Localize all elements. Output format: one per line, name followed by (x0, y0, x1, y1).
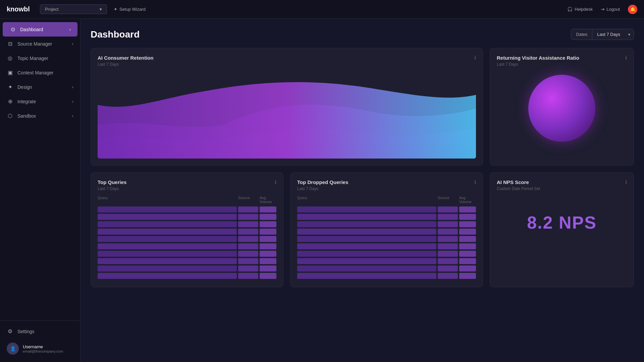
table-row (98, 229, 276, 235)
design-icon: ✦ (7, 84, 13, 90)
date-filter[interactable]: Dates Last 7 Days ▾ (571, 29, 634, 40)
card-header: AI Consumer Retention ℹ (98, 55, 476, 61)
table-row (98, 236, 276, 242)
table-row (98, 243, 276, 249)
top-cards-row: AI Consumer Retention ℹ Last 7 Days (91, 48, 634, 166)
nav-right: 🎧 Helpdesk ⇥ Logout 🔔 (567, 5, 637, 14)
ai-nps-card: AI NPS Score ℹ Custom Date Period Set 8.… (490, 172, 634, 287)
table-row (297, 221, 476, 227)
helpdesk-button[interactable]: 🎧 Helpdesk (567, 7, 593, 12)
col-header-query: Query (297, 196, 436, 204)
table-row (98, 273, 276, 279)
card-header: Top Queries ℹ (98, 179, 276, 185)
setup-wizard-link[interactable]: ✦ Setup Wizard (114, 7, 146, 12)
sidebar-item-settings[interactable]: ⚙ Settings (0, 324, 80, 339)
top-dropped-queries-title: Top Dropped Queries (297, 179, 348, 185)
sidebar-item-topic-manager[interactable]: ◎ Topic Manager (0, 51, 80, 65)
chevron-right-icon: › (72, 99, 73, 104)
sidebar-label-dashboard: Dashboard (20, 27, 43, 32)
page-header: Dashboard Dates Last 7 Days ▾ (91, 29, 634, 40)
table-row (297, 206, 476, 213)
sidebar: ⊙ Dashboard › ⊟ Source Manager › ◎ Topic… (0, 19, 80, 362)
sidebar-item-context-manager[interactable]: ▣ Context Manager (0, 65, 80, 80)
sidebar-item-sandbox[interactable]: ⬡ Sandbox › (0, 109, 80, 123)
settings-icon: ⚙ (7, 328, 13, 335)
ai-nps-subtitle: Custom Date Period Set (497, 186, 627, 191)
table-row (98, 251, 276, 257)
sidebar-label-sandbox: Sandbox (17, 113, 36, 119)
wand-icon: ✦ (114, 7, 117, 12)
dashboard-icon: ⊙ (9, 26, 16, 33)
table-row (297, 229, 476, 235)
table-row (98, 214, 276, 220)
user-name: Username (23, 344, 63, 349)
table-row (297, 243, 476, 249)
notification-button[interactable]: 🔔 (628, 5, 637, 14)
headset-icon: 🎧 (567, 7, 573, 12)
ai-nps-title: AI NPS Score (497, 179, 529, 185)
circle-chart (497, 71, 627, 145)
card-header: Top Dropped Queries ℹ (297, 179, 476, 185)
ai-consumer-retention-title: AI Consumer Retention (98, 55, 154, 61)
returning-visitor-title: Returning Visitor Assistance Ratio (497, 55, 579, 61)
table-row (98, 258, 276, 264)
ai-consumer-retention-subtitle: Last 7 Days (98, 62, 476, 67)
top-dropped-rows (297, 206, 476, 279)
sidebar-item-design[interactable]: ✦ Design › (0, 80, 80, 94)
sidebar-item-integrate[interactable]: ⊕ Integrate › (0, 94, 80, 109)
table-row (297, 258, 476, 264)
info-icon[interactable]: ℹ (625, 55, 627, 60)
project-selector[interactable]: Project ▾ (40, 4, 107, 14)
user-info: Username email@thecompany.com (23, 344, 63, 353)
project-label: Project (45, 7, 58, 12)
date-label: Dates (571, 29, 592, 40)
bell-icon: 🔔 (630, 7, 636, 12)
table-row (98, 221, 276, 227)
table-row (297, 251, 476, 257)
sidebar-label-design: Design (17, 84, 32, 90)
sandbox-icon: ⬡ (7, 113, 13, 119)
topic-manager-icon: ◎ (7, 55, 13, 61)
card-header: AI NPS Score ℹ (497, 179, 627, 185)
sidebar-label-integrate: Integrate (17, 99, 36, 104)
user-area: 👤 Username email@thecompany.com (0, 339, 80, 359)
col-header-source: Source (438, 196, 458, 204)
sidebar-bottom: ⚙ Settings 👤 Username email@thecompany.c… (0, 320, 80, 359)
top-dropped-queries-subtitle: Last 7 Days (297, 186, 476, 191)
chevron-right-icon: › (69, 27, 71, 32)
top-queries-subtitle: Last 7 Days (98, 186, 276, 191)
user-email: email@thecompany.com (23, 349, 63, 353)
chevron-right-icon: › (72, 85, 73, 89)
integrate-icon: ⊕ (7, 98, 13, 105)
info-icon[interactable]: ℹ (275, 179, 276, 185)
sidebar-label-context-manager: Context Manager (17, 70, 53, 75)
top-nav: knowbl Project ▾ ✦ Setup Wizard 🎧 Helpde… (0, 0, 644, 19)
main-content: Dashboard Dates Last 7 Days ▾ AI Consume… (80, 19, 644, 362)
sidebar-label-source-manager: Source Manager (17, 41, 52, 47)
wave-chart (98, 71, 476, 159)
chevron-right-icon: › (72, 114, 73, 118)
logout-button[interactable]: ⇥ Logout (601, 7, 620, 12)
chevron-right-icon: › (72, 42, 73, 46)
sidebar-label-topic-manager: Topic Manager (17, 56, 48, 61)
table-row (98, 265, 276, 272)
info-icon[interactable]: ℹ (474, 179, 476, 185)
col-header-source: Source (238, 196, 258, 204)
avatar: 👤 (7, 343, 19, 355)
top-dropped-queries-card: Top Dropped Queries ℹ Last 7 Days Query … (290, 172, 483, 287)
info-icon[interactable]: ℹ (625, 179, 627, 185)
logout-icon: ⇥ (601, 7, 604, 12)
source-manager-icon: ⊟ (7, 41, 13, 47)
sidebar-item-dashboard[interactable]: ⊙ Dashboard › (3, 22, 77, 37)
context-manager-icon: ▣ (7, 69, 13, 76)
sidebar-item-source-manager[interactable]: ⊟ Source Manager › (0, 37, 80, 51)
nps-score-value: 8.2 NPS (497, 196, 627, 249)
app-logo: knowbl (7, 5, 30, 13)
table-row (98, 206, 276, 213)
col-header-vol: Avg Volume (260, 196, 276, 204)
info-icon[interactable]: ℹ (474, 55, 476, 60)
date-chevron-icon[interactable]: ▾ (625, 29, 634, 40)
top-queries-card: Top Queries ℹ Last 7 Days Query Source A… (91, 172, 283, 287)
card-header: Returning Visitor Assistance Ratio ℹ (497, 55, 627, 61)
project-chevron: ▾ (100, 7, 102, 12)
